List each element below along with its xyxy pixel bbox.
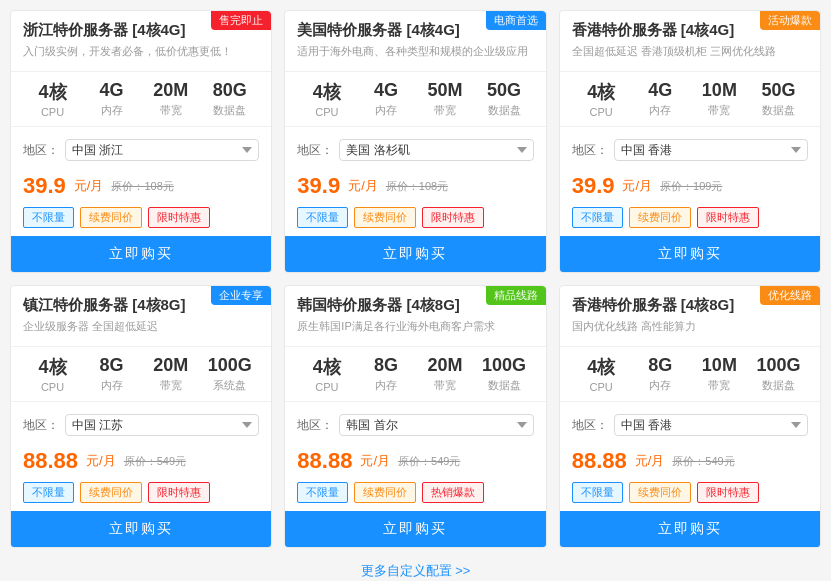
- product-card-6: 香港特价服务器 [4核8G]优化线路国内优化线路 高性能算力4核CPU8G内存1…: [559, 285, 821, 548]
- spec-item-1: 4G内存: [356, 80, 415, 118]
- region-label: 地区：: [297, 417, 333, 434]
- tags-row: 不限量续费同价限时特惠: [560, 203, 820, 236]
- buy-button[interactable]: 立即购买: [285, 511, 545, 547]
- spec-label: 带宽: [690, 103, 749, 118]
- tag-0: 不限量: [572, 482, 623, 503]
- spec-item-1: 8G内存: [82, 355, 141, 393]
- region-select[interactable]: 中国 香港: [614, 139, 808, 161]
- price-original: 原价：108元: [111, 179, 173, 194]
- spec-label: 内存: [82, 103, 141, 118]
- price-row: 88.88元/月原价：549元: [560, 442, 820, 478]
- spec-label: 内存: [356, 103, 415, 118]
- price-row: 88.88元/月原价：549元: [285, 442, 545, 478]
- price-main: 39.9: [23, 173, 66, 199]
- spec-item-2: 20M带宽: [415, 355, 474, 393]
- card-subtitle: 原生韩国IP满足各行业海外电商客户需求: [297, 319, 533, 334]
- spec-item-1: 8G内存: [356, 355, 415, 393]
- spec-item-3: 50G数据盘: [475, 80, 534, 118]
- spec-label: 内存: [631, 378, 690, 393]
- spec-value: 4核: [297, 80, 356, 104]
- tag-2: 限时特惠: [697, 207, 759, 228]
- card-subtitle: 入门级实例，开发者必备，低价优惠更低！: [23, 44, 259, 59]
- region-label: 地区：: [572, 142, 608, 159]
- price-original: 原价：549元: [672, 454, 734, 469]
- spec-value: 10M: [690, 80, 749, 101]
- spec-item-3: 100G数据盘: [475, 355, 534, 393]
- product-card-2: 美国特价服务器 [4核4G]电商首选适用于海外电商、各种类型和规模的企业级应用4…: [284, 10, 546, 273]
- spec-value: 4核: [572, 80, 631, 104]
- spec-label: 数据盘: [475, 378, 534, 393]
- spec-item-0: 4核CPU: [297, 80, 356, 118]
- spec-label: 内存: [356, 378, 415, 393]
- tag-2: 热销爆款: [422, 482, 484, 503]
- tag-0: 不限量: [572, 207, 623, 228]
- card-subtitle: 国内优化线路 高性能算力: [572, 319, 808, 334]
- price-main: 39.9: [297, 173, 340, 199]
- region-select[interactable]: 中国 香港: [614, 414, 808, 436]
- buy-button[interactable]: 立即购买: [11, 236, 271, 272]
- tag-1: 续费同价: [80, 207, 142, 228]
- card-specs: 4核CPU4G内存20M带宽80G数据盘: [11, 71, 271, 127]
- tag-2: 限时特惠: [422, 207, 484, 228]
- tags-row: 不限量续费同价限时特惠: [11, 203, 271, 236]
- region-select[interactable]: 中国 浙江: [65, 139, 259, 161]
- spec-value: 4核: [23, 80, 82, 104]
- spec-value: 4核: [297, 355, 356, 379]
- region-select[interactable]: 美国 洛杉矶: [339, 139, 533, 161]
- region-label: 地区：: [23, 142, 59, 159]
- card-specs: 4核CPU8G内存20M带宽100G数据盘: [285, 346, 545, 402]
- price-original: 原价：549元: [398, 454, 460, 469]
- tags-row: 不限量续费同价限时特惠: [560, 478, 820, 511]
- spec-value: 100G: [200, 355, 259, 376]
- region-select[interactable]: 中国 江苏: [65, 414, 259, 436]
- spec-item-0: 4核CPU: [297, 355, 356, 393]
- card-badge: 企业专享: [211, 286, 271, 305]
- spec-label: CPU: [572, 381, 631, 393]
- tag-2: 限时特惠: [148, 482, 210, 503]
- card-badge: 优化线路: [760, 286, 820, 305]
- tag-0: 不限量: [297, 482, 348, 503]
- card-badge: 电商首选: [486, 11, 546, 30]
- buy-button[interactable]: 立即购买: [11, 511, 271, 547]
- price-main: 88.88: [572, 448, 627, 474]
- buy-button[interactable]: 立即购买: [560, 236, 820, 272]
- spec-value: 50M: [415, 80, 474, 101]
- region-select[interactable]: 韩国 首尔: [339, 414, 533, 436]
- price-unit: 元/月: [348, 177, 378, 195]
- price-main: 88.88: [23, 448, 78, 474]
- spec-item-2: 10M带宽: [690, 80, 749, 118]
- spec-value: 4G: [356, 80, 415, 101]
- spec-value: 20M: [141, 355, 200, 376]
- spec-value: 4G: [631, 80, 690, 101]
- tags-row: 不限量续费同价热销爆款: [285, 478, 545, 511]
- spec-value: 8G: [356, 355, 415, 376]
- buy-button[interactable]: 立即购买: [285, 236, 545, 272]
- price-row: 39.9元/月原价：108元: [11, 167, 271, 203]
- spec-item-1: 8G内存: [631, 355, 690, 393]
- card-specs: 4核CPU4G内存50M带宽50G数据盘: [285, 71, 545, 127]
- spec-value: 8G: [631, 355, 690, 376]
- region-row: 地区：中国 江苏: [11, 408, 271, 442]
- spec-label: CPU: [23, 381, 82, 393]
- tag-1: 续费同价: [80, 482, 142, 503]
- region-label: 地区：: [572, 417, 608, 434]
- region-row: 地区：美国 洛杉矶: [285, 133, 545, 167]
- region-row: 地区：中国 浙江: [11, 133, 271, 167]
- card-header: 香港特价服务器 [4核8G]优化线路国内优化线路 高性能算力: [560, 286, 820, 340]
- more-config-link[interactable]: 更多自定义配置 >>: [10, 548, 821, 581]
- card-header: 韩国特价服务器 [4核8G]精品线路原生韩国IP满足各行业海外电商客户需求: [285, 286, 545, 340]
- price-original: 原价：109元: [660, 179, 722, 194]
- spec-value: 100G: [475, 355, 534, 376]
- spec-item-0: 4核CPU: [572, 80, 631, 118]
- spec-label: 数据盘: [749, 378, 808, 393]
- card-subtitle: 适用于海外电商、各种类型和规模的企业级应用: [297, 44, 533, 59]
- card-header: 美国特价服务器 [4核4G]电商首选适用于海外电商、各种类型和规模的企业级应用: [285, 11, 545, 65]
- spec-label: CPU: [297, 106, 356, 118]
- spec-value: 100G: [749, 355, 808, 376]
- tag-0: 不限量: [23, 207, 74, 228]
- spec-label: CPU: [23, 106, 82, 118]
- price-main: 88.88: [297, 448, 352, 474]
- buy-button[interactable]: 立即购买: [560, 511, 820, 547]
- spec-label: 带宽: [415, 103, 474, 118]
- price-row: 39.9元/月原价：108元: [285, 167, 545, 203]
